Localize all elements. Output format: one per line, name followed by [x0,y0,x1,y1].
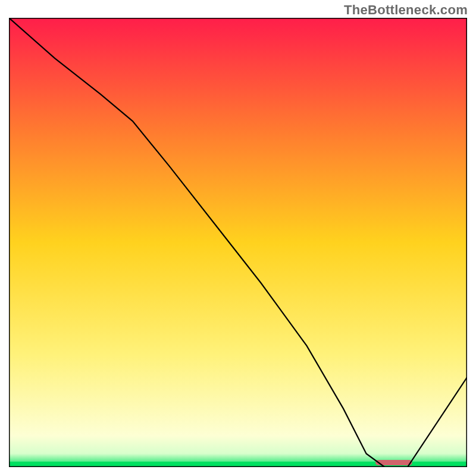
bottleneck-plot [9,18,467,467]
watermark-text: TheBottleneck.com [344,2,468,18]
chart-container: TheBottleneck.com [0,0,476,476]
chart-svg [9,18,467,467]
gradient-background [9,18,467,467]
